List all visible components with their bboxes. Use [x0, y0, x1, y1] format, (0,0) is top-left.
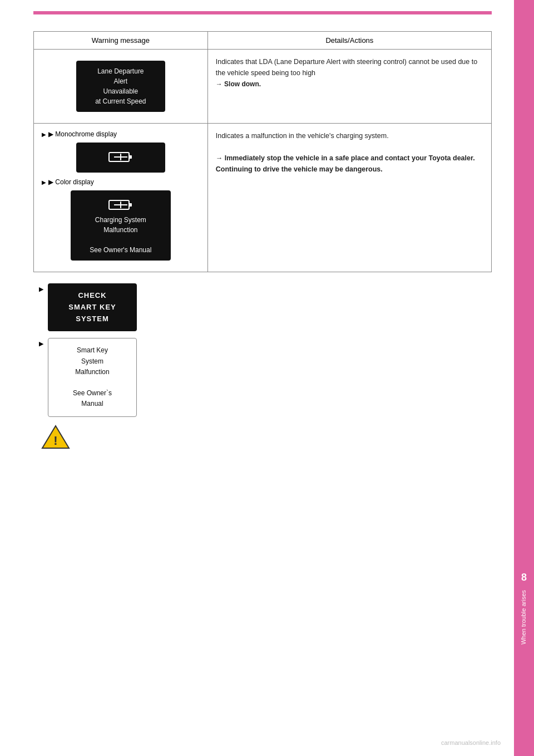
color-label-text: ▶ Color display — [48, 178, 94, 186]
below-table-section: ▶ CHECKSMART KEYSYSTEM ▶ Smart KeySystem… — [33, 283, 492, 452]
charging-color-display: Charging SystemMalfunctionSee Owner's Ma… — [71, 190, 171, 261]
bullet-icon3: ▶ — [39, 286, 43, 293]
svg-text:!: ! — [53, 434, 57, 448]
battery-icon-color — [108, 198, 133, 212]
color-label: ▶ ▶ Color display — [42, 178, 200, 186]
main-content: Warning message Details/Actions Lane Dep… — [0, 0, 514, 474]
warning-cell-lane: Lane DepartureAlertUnavailableat Current… — [34, 50, 208, 124]
mono-label-text: ▶ Monochrome display — [48, 130, 117, 138]
check-smart-key-display: CHECKSMART KEYSYSTEM — [48, 283, 137, 331]
footer-watermark: carmanualsonline.info — [441, 739, 501, 746]
caution-triangle-icon: ! — [41, 424, 70, 450]
bullet-icon2: ▶ — [42, 179, 46, 185]
warning-icon-container: ! — [41, 424, 492, 452]
smart-key-malfunction-display: Smart KeySystemMalfunctionSee Owner`sMan… — [48, 338, 137, 416]
charging-details-text: Indicates a malfunction in the vehicle's… — [216, 130, 483, 175]
warning-table: Warning message Details/Actions Lane Dep… — [33, 31, 492, 272]
table-header-details: Details/Actions — [207, 32, 491, 50]
details-cell-charging: Indicates a malfunction in the vehicle's… — [207, 124, 491, 272]
warning-cell-charging: ▶ ▶ Monochrome display — [34, 124, 208, 272]
lane-departure-display: Lane DepartureAlertUnavailableat Current… — [76, 61, 165, 112]
charging-system-text: Charging SystemMalfunctionSee Owner's Ma… — [90, 216, 151, 254]
check-smart-key-row: ▶ CHECKSMART KEYSYSTEM — [39, 283, 492, 331]
chapter-label: When trouble arises — [520, 590, 528, 645]
mono-label: ▶ ▶ Monochrome display — [42, 130, 200, 138]
charging-mono-display — [76, 143, 165, 173]
table-row: Lane DepartureAlertUnavailableat Current… — [34, 50, 492, 124]
svg-rect-5 — [129, 203, 132, 207]
bullet-icon4: ▶ — [39, 340, 43, 347]
table-row: ▶ ▶ Monochrome display — [34, 124, 492, 272]
svg-rect-1 — [129, 155, 132, 159]
chapter-sidebar: 8 When trouble arises — [514, 0, 534, 756]
lane-details-text: Indicates that LDA (Lane Departure Alert… — [216, 56, 483, 90]
smart-key-malfunction-row: ▶ Smart KeySystemMalfunctionSee Owner`sM… — [39, 338, 492, 416]
bullet-icon: ▶ — [42, 131, 46, 138]
chapter-number: 8 — [521, 572, 527, 583]
top-decorative-bar — [33, 11, 492, 14]
details-cell-lane: Indicates that LDA (Lane Departure Alert… — [207, 50, 491, 124]
table-header-warning: Warning message — [34, 32, 208, 50]
battery-icon — [108, 150, 133, 164]
